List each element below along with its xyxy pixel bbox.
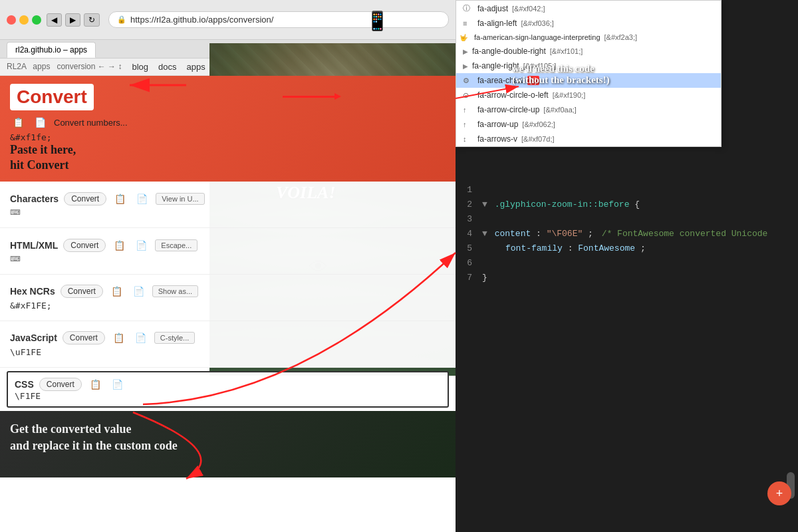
paste-instruction: Paste it here, hit Convert (10, 142, 446, 174)
code-editor: 1 2 ▼ .glyphicon-zoom-in::before { 3 4 ▼… (456, 176, 798, 292)
dropdown-item-3[interactable]: 🤟 fa-american-sign-language-interpreting… (456, 31, 721, 44)
css-row-header: CSS Convert 📋 📄 (15, 378, 441, 391)
hexncrs-convert-button[interactable]: Convert (61, 285, 103, 298)
file-header-icon[interactable]: 📄 (32, 116, 49, 129)
item-code-4: [&#xf101;] (550, 47, 583, 55)
hexncrs-row: Hex NCRs Convert 📋 📄 Show as... &#xF1FE; (0, 275, 456, 321)
dropdown-item-9[interactable]: ↑ fa-arrow-up [&#xf062;] (456, 117, 721, 132)
javascript-convert-button[interactable]: Convert (63, 331, 105, 344)
line-num-5: 5 (459, 241, 482, 256)
item-name-1: fa-adjust (477, 4, 508, 13)
close-button[interactable] (7, 15, 16, 25)
copy-header-icon[interactable]: 📋 (10, 116, 27, 129)
font-family-value: FontAwesome (578, 243, 635, 253)
htmlxml-convert-button[interactable]: Convert (63, 239, 106, 252)
javascript-file-icon[interactable]: 📄 (132, 331, 149, 344)
item-code-3: [&#xf2a3;] (604, 33, 638, 41)
expand-icon-4: ▶ (463, 48, 468, 55)
line-num-2: 2 (459, 198, 482, 212)
javascript-cstyle-button[interactable]: C-style... (154, 332, 195, 344)
reload-button[interactable]: ↻ (84, 13, 100, 27)
characters-keyboard-icon: ⌨ (10, 208, 446, 217)
nav-docs[interactable]: docs (158, 62, 176, 72)
line-num-4: 4 (459, 227, 482, 241)
item-code-2: [&#xf036;] (521, 19, 554, 27)
dropdown-item-4[interactable]: ▶ fa-angle-double-right [&#xf101;] (456, 44, 721, 59)
input-value: &#xf1fe; (10, 132, 446, 142)
htmlxml-keyboard-icon: ⌨ (10, 255, 446, 263)
content-value: "\F06E" (547, 229, 583, 239)
item-name-9: fa-arrow-up (477, 120, 518, 129)
dropdown-item-2[interactable]: ≡ fa-align-left [&#xf036;] (456, 16, 721, 31)
left-panel: ◀ ▶ ↻ 🔒 https://rl2a.github.io/apps/conv… (0, 0, 456, 532)
line-num-3: 3 (459, 212, 482, 227)
htmlxml-file-icon[interactable]: 📄 (133, 239, 150, 252)
line-num-1: 1 (459, 183, 482, 198)
minimize-button[interactable] (19, 15, 29, 25)
dropdown-item-8[interactable]: ↑ fa-arrow-circle-up [&#xf0aa;] (456, 102, 721, 117)
code-line-4: 4 ▼ content : "\F06E" ; /* FontAwesome c… (456, 227, 798, 241)
css-selector: .glyphicon-zoom-in::before (495, 200, 630, 209)
item-code-8: [&#xf0aa;] (543, 106, 577, 114)
item-code-9: [&#xf062;] (522, 120, 555, 128)
code-line-7: 7 } (456, 271, 798, 285)
arrows-v-icon: ↕ (463, 135, 473, 143)
font-family-property: font-family (505, 243, 563, 253)
item-name-4: fa-angle-double-right (472, 47, 546, 56)
htmlxml-copy-icon[interactable]: 📋 (111, 239, 128, 252)
hexncrs-file-icon[interactable]: 📄 (130, 285, 147, 298)
code-line-1: 1 (456, 183, 798, 198)
line-content-2: ▼ .glyphicon-zoom-in::before { (482, 198, 640, 212)
arrow-indicator (283, 96, 336, 98)
hexncrs-show-button[interactable]: Show as... (152, 285, 198, 297)
address-bar[interactable]: 🔒 https://rl2a.github.io/apps/conversion… (108, 11, 449, 28)
dropdown-item-7[interactable]: ⊙ fa-arrow-circle-o-left [&#xf190;] (456, 88, 721, 102)
htmlxml-escape-button[interactable]: Escape... (155, 239, 198, 251)
item-name-10: fa-arrows-v (477, 134, 517, 144)
autocomplete-dropdown: ⓘ fa-adjust [&#xf042;] ≡ fa-align-left [… (456, 0, 722, 147)
css-label: CSS (15, 379, 34, 390)
dropdown-item-5[interactable]: ▶ fa-angle-right [&#xf105;] (456, 59, 721, 73)
expand-icon: ▼ (482, 229, 487, 239)
javascript-copy-icon[interactable]: 📋 (110, 331, 127, 344)
maximize-button[interactable] (32, 15, 41, 25)
characters-file-icon[interactable]: 📄 (134, 192, 150, 205)
comment-4: /* FontAwesome converted Unicode (602, 229, 768, 239)
semicolon-5: ; (640, 243, 646, 253)
expand-icon-5: ▶ (463, 63, 468, 70)
dropdown-item-6[interactable]: ⚙ fa-area-chart [] (456, 73, 721, 88)
characters-view-button[interactable]: View in U... (156, 193, 204, 205)
back-button[interactable]: ◀ (47, 13, 62, 27)
nav-blog[interactable]: blog (132, 62, 148, 72)
asl-icon: 🤟 (460, 34, 470, 41)
arrow-up-icon: ↑ (463, 120, 473, 128)
fab-button[interactable]: + (767, 481, 791, 505)
line-content-5: font-family : FontAwesome ; (482, 241, 646, 256)
collapse-icon: ▼ (482, 200, 487, 209)
line-content-4: ▼ content : "\F06E" ; /* FontAwesome con… (482, 227, 767, 241)
item-code-10: [&#xf07d;] (521, 135, 555, 143)
url-text: https://rl2a.github.io/apps/conversion/ (130, 15, 273, 25)
hexncrs-copy-icon[interactable]: 📋 (108, 285, 125, 298)
characters-convert-button[interactable]: Convert (64, 192, 106, 205)
colon-5: : (568, 243, 579, 253)
css-copy-icon[interactable]: 📋 (87, 378, 104, 391)
item-name-5: fa-angle-right (472, 61, 519, 70)
close-brace: } (482, 273, 487, 283)
nav-apps[interactable]: apps (186, 62, 205, 72)
active-tab[interactable]: rl2a.github.io – apps (7, 42, 96, 58)
dropdown-item-10[interactable]: ↕ fa-arrows-v [&#xf07d;] (456, 132, 721, 146)
forward-button[interactable]: ▶ (65, 13, 80, 27)
characters-copy-icon[interactable]: 📋 (112, 192, 128, 205)
header-placeholder: Convert numbers... (54, 118, 128, 128)
dropdown-item-1[interactable]: ⓘ fa-adjust [&#xf042;] (456, 1, 721, 16)
item-name-8: fa-arrow-circle-up (477, 105, 539, 114)
browser-buttons (7, 15, 41, 25)
hexncrs-row-header: Hex NCRs Convert 📋 📄 Show as... (10, 285, 446, 298)
item-name-2: fa-align-left (477, 19, 517, 28)
css-file-icon[interactable]: 📄 (109, 378, 126, 391)
mobile-icon: 📱 (366, 10, 389, 32)
semicolon-4: ; (588, 229, 593, 239)
css-convert-button[interactable]: Convert (39, 378, 82, 391)
javascript-label: JavaScript (10, 332, 57, 343)
